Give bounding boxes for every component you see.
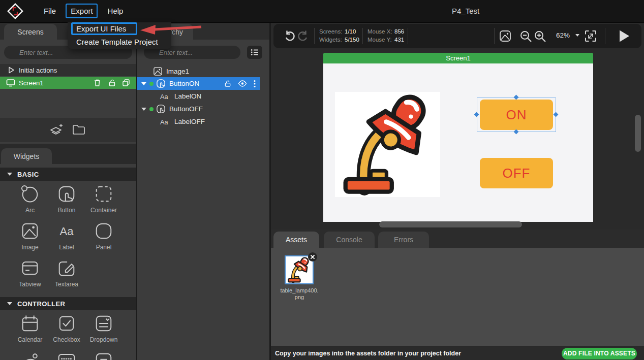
hierarchy-node-image1[interactable]: Image1: [137, 65, 260, 78]
widget-panel[interactable]: Panel: [85, 220, 122, 251]
widgets-panel: Widgets BASIC Arc Button Container: [0, 144, 136, 360]
initial-actions-row[interactable]: Initial actions: [0, 64, 136, 76]
label-widget-icon: Aa: [55, 220, 78, 242]
assets-panel: Assets Console Errors table_lamp400.png: [271, 230, 644, 346]
add-screen-icon[interactable]: [49, 123, 63, 137]
menu-item-export-ui-files[interactable]: Export UI Files: [76, 24, 126, 33]
toolbar-separator: [605, 28, 605, 44]
selection-outline: [477, 97, 556, 132]
lv-button-off[interactable]: OFF: [480, 158, 553, 188]
hierarchy-node-buttonon[interactable]: ButtonON: [137, 77, 260, 90]
tab-errors[interactable]: Errors: [378, 232, 429, 248]
tabview-icon: [19, 257, 41, 279]
remove-asset-button[interactable]: [308, 252, 317, 261]
tab-assets[interactable]: Assets: [273, 232, 319, 248]
node-status-dot: [149, 82, 154, 86]
widget-container[interactable]: Container: [85, 183, 122, 214]
svg-text:Aa: Aa: [160, 92, 169, 100]
redo-icon[interactable]: [297, 30, 309, 42]
partial-widget-icon-1: [19, 349, 41, 360]
section-controller[interactable]: CONTROLLER: [0, 297, 136, 310]
button-node-icon: [156, 79, 166, 88]
unlock-node-icon[interactable]: [224, 80, 231, 87]
assets-content: table_lamp400.png: [271, 248, 644, 346]
widget-label: Image: [12, 244, 48, 251]
widget-label: Textarea: [48, 281, 85, 288]
widget-label: Panel: [85, 244, 122, 251]
screen-name: Screen1: [19, 79, 43, 87]
preview-image-icon[interactable]: [499, 30, 511, 42]
menu-file[interactable]: File: [41, 0, 59, 22]
textarea-icon: [55, 257, 78, 279]
vertical-scrollbar[interactable]: [635, 115, 641, 152]
menu-item-create-template-project[interactable]: Create Template Project: [76, 38, 158, 46]
list-view-icon: [251, 49, 259, 56]
play-outline-icon: [7, 66, 15, 74]
play-icon[interactable]: [618, 29, 630, 43]
zoom-out-icon[interactable]: [519, 30, 532, 43]
menu-export[interactable]: Export: [68, 0, 96, 22]
widget-button[interactable]: Button: [48, 183, 85, 214]
expand-caret-icon[interactable]: [141, 108, 146, 111]
canvas-area[interactable]: Screens: 1/10 Widgets: 5/150 Mouse X: 85…: [271, 22, 644, 230]
toolbar-separator: [362, 28, 363, 44]
widget-arc[interactable]: Arc: [12, 183, 48, 214]
widget-checkbox[interactable]: Checkbox: [48, 312, 85, 343]
hierarchy-node-labeloff[interactable]: Aa LabelOFF: [137, 115, 260, 128]
zoom-level-value[interactable]: 62%: [556, 31, 570, 39]
menu-help[interactable]: Help: [105, 0, 126, 22]
widget-textarea[interactable]: Textarea: [48, 257, 85, 288]
folder-icon[interactable]: [72, 124, 85, 135]
button-icon: [55, 183, 78, 205]
arc-icon: [19, 183, 41, 205]
image-widget-icon: [19, 220, 41, 242]
hierarchy-list-view-button[interactable]: [247, 46, 262, 59]
horizontal-scrollbar[interactable]: [379, 221, 522, 227]
undo-icon[interactable]: [284, 30, 296, 42]
add-file-into-assets-button[interactable]: ADD FILE INTO ASSETS: [562, 348, 637, 359]
partial-widget-2[interactable]: [48, 349, 85, 360]
screen-row[interactable]: Screen1: [0, 77, 136, 89]
zoom-in-icon[interactable]: [534, 30, 546, 43]
widget-label-tile[interactable]: Aa Label: [48, 220, 85, 251]
widget-label: Calendar: [12, 336, 48, 343]
node-label: ButtonON: [169, 80, 199, 87]
widget-calendar[interactable]: Calendar: [12, 312, 48, 343]
widget-image[interactable]: Image: [12, 220, 48, 251]
svg-text:Aa: Aa: [60, 225, 74, 238]
tab-console[interactable]: Console: [324, 232, 375, 248]
svg-text:Aa: Aa: [160, 118, 169, 125]
fit-screen-icon[interactable]: [584, 29, 597, 43]
label-node-icon: Aa: [160, 92, 171, 101]
section-basic[interactable]: BASIC: [0, 168, 136, 181]
partial-widget-icon-2: [55, 349, 78, 360]
duplicate-screen-icon[interactable]: [122, 79, 130, 87]
squareline-studio-window: File Export Help P4_Test Screens Initial…: [0, 0, 644, 360]
asset-thumbnail[interactable]: [285, 255, 314, 284]
container-icon: [93, 183, 115, 205]
button-node-icon: [156, 104, 166, 114]
zoom-dropdown-caret-icon[interactable]: [575, 34, 579, 37]
widgets-count-label: Widgets:: [319, 37, 342, 43]
partial-widget-1[interactable]: [12, 349, 48, 360]
delete-screen-icon[interactable]: [94, 79, 101, 87]
hierarchy-node-labelon[interactable]: Aa LabelON: [137, 90, 260, 103]
image-widget-lamp[interactable]: [335, 92, 440, 197]
kebab-menu-icon[interactable]: [254, 80, 256, 88]
partial-widget-3[interactable]: [85, 349, 122, 360]
widget-tabview[interactable]: Tabview: [12, 257, 48, 288]
panel-widget-icon: [93, 220, 115, 242]
node-label: Image1: [166, 68, 189, 75]
tab-screens[interactable]: Screens: [4, 24, 57, 40]
menubar: File Export Help P4_Test: [0, 0, 644, 23]
expand-caret-icon[interactable]: [141, 82, 146, 85]
collapse-caret-icon: [7, 302, 12, 305]
visibility-eye-icon[interactable]: [238, 80, 247, 87]
tab-widgets[interactable]: Widgets: [1, 148, 52, 164]
unlock-screen-icon[interactable]: [108, 79, 116, 87]
screen-title-bar[interactable]: Screen1: [323, 53, 593, 63]
table-lamp-thumbnail: [286, 256, 313, 283]
widget-label: Checkbox: [48, 336, 85, 343]
hierarchy-node-buttonoff[interactable]: ButtonOFF: [137, 103, 260, 115]
widget-dropdown[interactable]: Dropdown: [85, 312, 122, 343]
